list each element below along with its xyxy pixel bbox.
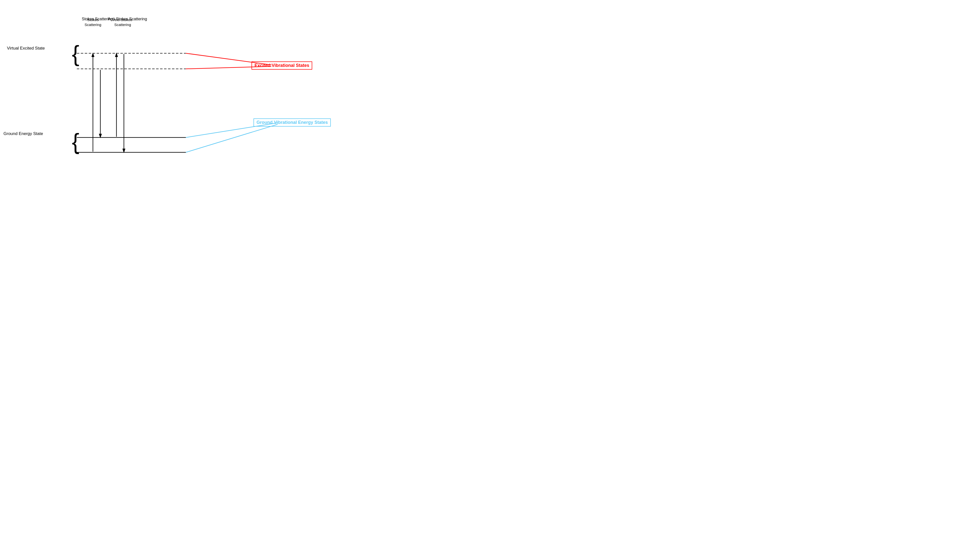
svg-line-17 [186, 124, 277, 152]
svg-line-14 [186, 53, 271, 65]
diagram-svg: { { [0, 0, 347, 191]
svg-text:{: { [72, 41, 79, 66]
stokes-scattering-header: StokesScattering [82, 17, 104, 27]
anti-stokes-scattering-header: Anti-StokesScattering [109, 17, 136, 27]
diagram-container: Stokes Scattering Anti-Stokes Scattering… [0, 0, 347, 191]
svg-line-15 [186, 67, 271, 69]
svg-line-16 [186, 123, 277, 138]
svg-text:{: { [72, 129, 79, 154]
